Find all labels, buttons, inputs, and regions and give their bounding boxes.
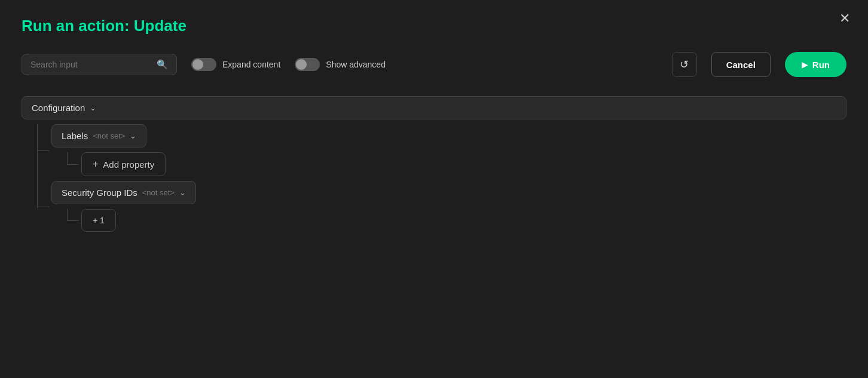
security-group-ids-chevron-icon: ⌄: [179, 188, 186, 197]
add-property-button[interactable]: + Add property: [81, 152, 166, 176]
labels-sub-children: + Add property: [81, 152, 846, 176]
configuration-chevron-icon: ⌄: [90, 103, 96, 112]
labels-chevron-icon: ⌄: [130, 131, 136, 140]
labels-label: Labels: [62, 131, 88, 141]
add-property-label: Add property: [103, 159, 154, 170]
expand-content-label: Expand content: [222, 60, 280, 69]
run-button[interactable]: ▶ Run: [785, 52, 846, 77]
add-item-security: + 1: [81, 209, 846, 232]
labels-not-set: <not set>: [93, 131, 125, 140]
add-property-item: + Add property: [81, 152, 846, 176]
security-group-ids-node[interactable]: Security Group IDs <not set> ⌄: [51, 181, 196, 204]
add-property-plus-icon: +: [93, 159, 98, 170]
search-box: 🔍: [22, 54, 177, 75]
labels-tree-item: Labels <not set> ⌄ + Add property: [51, 124, 846, 176]
labels-node[interactable]: Labels <not set> ⌄: [51, 124, 146, 147]
show-advanced-toggle-group: Show advanced: [295, 58, 386, 71]
show-advanced-label: Show advanced: [326, 60, 386, 69]
reset-button[interactable]: ↺: [672, 52, 697, 77]
security-group-ids-not-set: <not set>: [142, 188, 175, 197]
expand-content-toggle[interactable]: [191, 58, 216, 71]
search-input[interactable]: [30, 60, 151, 69]
configuration-label: Configuration: [32, 103, 85, 113]
add-security-item-button[interactable]: + 1: [81, 209, 116, 232]
close-button[interactable]: ✕: [839, 12, 850, 25]
show-advanced-toggle[interactable]: [295, 58, 320, 71]
expand-content-knob: [192, 59, 203, 70]
page-container: Run an action: Update 🔍 Expand content S…: [0, 0, 868, 378]
toolbar: 🔍 Expand content Show advanced ↺ Cancel …: [22, 52, 846, 77]
expand-content-toggle-group: Expand content: [191, 58, 280, 71]
security-group-ids-tree-item: Security Group IDs <not set> ⌄ + 1: [51, 181, 846, 232]
run-label: Run: [812, 60, 830, 70]
security-group-ids-label: Security Group IDs: [62, 188, 137, 198]
tree-children: Labels <not set> ⌄ + Add property: [51, 124, 846, 232]
configuration-node[interactable]: Configuration ⌄: [22, 96, 846, 119]
add-security-item-label: + 1: [93, 216, 105, 225]
run-icon: ▶: [802, 60, 808, 69]
close-icon: ✕: [839, 11, 850, 26]
tree-root: Configuration ⌄ Labels <not set> ⌄ + Add…: [22, 96, 846, 232]
reset-icon: ↺: [680, 58, 689, 71]
cancel-button[interactable]: Cancel: [711, 52, 771, 77]
search-icon: 🔍: [157, 59, 168, 70]
page-title: Run an action: Update: [22, 17, 846, 35]
security-group-ids-sub-children: + 1: [81, 209, 846, 232]
show-advanced-knob: [296, 59, 307, 70]
